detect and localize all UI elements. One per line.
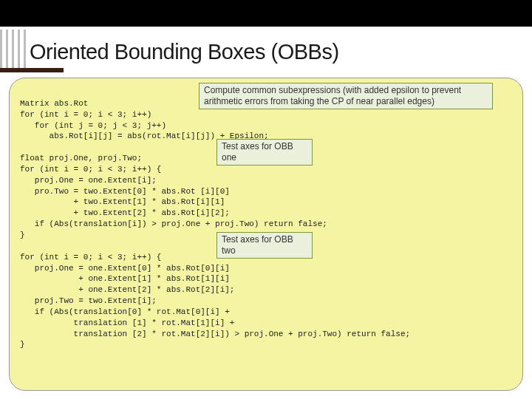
- code-line: float proj.One, proj.Two;: [20, 154, 142, 163]
- code-line: if (Abs(translation[0] * rot.Mat[0][i] +: [20, 307, 230, 316]
- code-line: + two.Extent[2] * abs.Rot[i][2];: [20, 208, 230, 217]
- code-line: }: [20, 231, 25, 239]
- hatch-decoration: [0, 30, 27, 68]
- code-block: Matrix abs.Rot for (int i = 0; i < 3; i+…: [20, 87, 512, 361]
- page-title: Oriented Bounding Boxes (OBBs): [30, 40, 532, 64]
- code-panel: Matrix abs.Rot for (int i = 0; i < 3; i+…: [9, 78, 523, 391]
- code-line: + one.Extent[1] * abs.Rot[1][i]: [20, 274, 230, 283]
- code-line: proj.One = one.Extent[i];: [20, 176, 157, 185]
- code-line: for (int i = 0; i < 3; i++) {: [20, 253, 161, 262]
- code-line: if (Abs(translation[i]) > proj.One + pro…: [20, 219, 327, 228]
- code-line: + one.Extent[2] * abs.Rot[2][i];: [20, 285, 234, 294]
- code-line: for (int i = 0; i < 3; i++) {: [20, 165, 161, 174]
- code-line: Matrix abs.Rot: [20, 99, 88, 108]
- callout-axes-two: Test axes for OBB two: [216, 232, 313, 259]
- code-line: }: [20, 340, 25, 349]
- code-line: proj.One = one.Extent[0] * abs.Rot[0][i]: [20, 264, 230, 273]
- callout-axes-one: Test axes for OBB one: [216, 139, 313, 166]
- title-area: Oriented Bounding Boxes (OBBs): [0, 27, 532, 73]
- accent-bar: [0, 68, 64, 72]
- code-line: for (int j = 0; j < 3; j++): [20, 121, 166, 130]
- top-bar: [0, 0, 532, 27]
- callout-subexpressions: Compute common subexpressions (with adde…: [199, 83, 493, 109]
- code-line: proj.Two = two.Extent[i];: [20, 296, 157, 305]
- code-line: translation [2] * rot.Mat[2][i]) > proj.…: [20, 330, 410, 338]
- code-line: + two.Extent[1] * abs.Rot[i][1]: [20, 197, 225, 206]
- code-line: translation [1] * rot.Mat[1][i] +: [20, 318, 234, 327]
- code-line: pro.Two = two.Extent[0] * abs.Rot [i][0]: [20, 187, 230, 196]
- code-line: for (int i = 0; i < 3; i++): [20, 110, 151, 119]
